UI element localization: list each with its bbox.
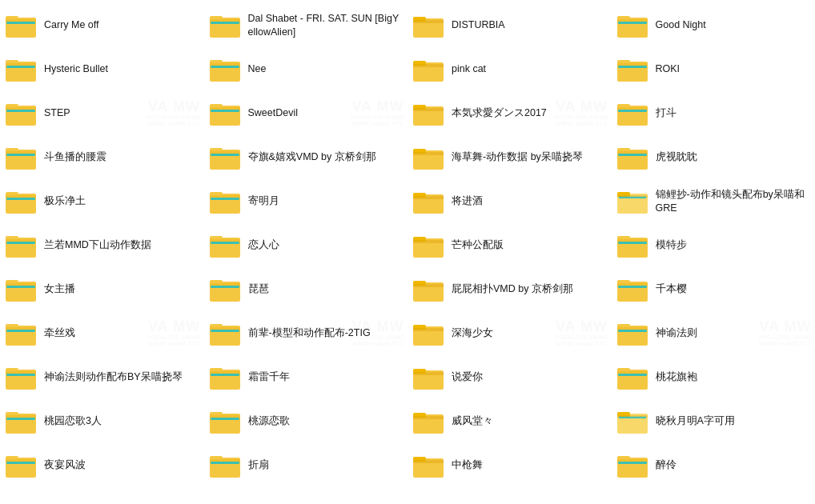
folder-icon [413,100,445,127]
svg-rect-179 [211,418,239,420]
folder-label: 神谕法则动作配布BY呆喵挠琴 [44,370,199,383]
folder-item[interactable]: 神谕法则 VA MW VOCALOID ANIME WWW.VAMW.XYZ [612,311,816,355]
svg-rect-16 [617,19,648,22]
svg-rect-8 [211,22,239,24]
folder-icon [617,452,649,479]
svg-rect-79 [6,198,35,200]
svg-rect-111 [617,239,648,242]
folder-item[interactable]: 桃源恋歌 [204,399,408,443]
folder-label: 夺旗&嬉戏VMD by 京桥剑那 [248,150,403,163]
svg-rect-136 [6,330,35,332]
svg-rect-9 [211,24,239,36]
svg-rect-55 [618,110,647,112]
folder-label: Carry Me off [44,18,199,31]
svg-rect-121 [210,283,240,286]
folder-item[interactable]: SweetDevil VA MW VOCALOID ANIME WWW.VAMW… [204,91,408,135]
folder-item[interactable]: 中枪舞 [408,443,612,487]
svg-rect-145 [413,328,444,331]
folder-label: 威风堂々 [452,414,606,427]
folder-item[interactable]: 折扇 [204,443,408,487]
folder-item[interactable]: 醉伶 [612,443,816,487]
svg-rect-4 [7,24,34,36]
folder-item[interactable]: ROKI [612,47,816,91]
folder-item[interactable]: 女主播 [0,267,204,311]
folder-icon [617,276,649,303]
svg-rect-88 [413,196,444,199]
svg-rect-23 [7,68,34,80]
folder-icon [210,364,242,391]
folder-item[interactable]: 兰若MMD下山动作数据 [0,223,204,267]
folder-item[interactable]: 寄明月 [204,179,408,223]
svg-rect-50 [413,108,444,111]
folder-grid: Carry Me off Dal Shabet - FRI. SAT. SUN … [0,0,815,490]
svg-rect-22 [6,66,35,68]
folder-icon [210,320,242,347]
folder-label: 夜宴风波 [44,458,199,471]
svg-rect-32 [415,67,442,80]
folder-item[interactable]: 屁屁相扑VMD by 京桥剑那 [408,267,612,311]
folder-label: 霜雷千年 [248,370,403,383]
folder-item[interactable]: 打斗 [612,91,816,135]
folder-label: Good Night [656,18,810,31]
folder-item[interactable]: 晓秋月明A字可用 [612,399,816,443]
svg-rect-7 [210,19,240,22]
folder-item[interactable]: 前辈-模型和动作配布-2TIG VA MW VOCALOID ANIME WWW… [204,311,408,355]
folder-item[interactable]: 海草舞-动作数据 by呆喵挠琴 [408,135,612,179]
svg-rect-28 [211,68,239,80]
svg-rect-126 [413,284,444,287]
folder-item[interactable]: Nee [204,47,408,91]
folder-item[interactable]: 神谕法则动作配布BY呆喵挠琴 [0,355,204,399]
folder-label: 桃园恋歌3人 [44,414,199,427]
folder-item[interactable]: 桃花旗袍 [612,355,816,399]
folder-item[interactable]: DISTURBIA [408,3,612,47]
folder-item[interactable]: Hysteric Bullet [0,47,204,91]
folder-icon [413,232,445,259]
folder-label: 模特步 [656,238,810,251]
svg-rect-142 [211,332,239,344]
svg-rect-192 [6,459,36,462]
folder-item[interactable]: Good Night [612,3,816,47]
folder-item[interactable]: Carry Me off [0,3,204,47]
folder-item[interactable]: 将进酒 [408,179,612,223]
folder-item[interactable]: 本気求愛ダンス2017 VA MW VOCALOID ANIME WWW.VAM… [408,91,612,135]
folder-item[interactable]: 斗鱼播的腰震 [0,135,204,179]
folder-label: 说爱你 [452,370,606,383]
svg-rect-189 [619,418,646,432]
folder-item[interactable]: STEP VA MW VOCALOID ANIME WWW.VAMW.XYZ [0,91,204,135]
folder-icon [6,188,38,215]
folder-item[interactable]: 威风堂々 [408,399,612,443]
svg-rect-161 [211,376,239,388]
folder-item[interactable]: 琵琶 [204,267,408,311]
folder-label: 千本樱 [656,282,810,295]
folder-item[interactable]: 锦鲤抄-动作和镜头配布by呆喵和GRE [612,179,816,223]
svg-rect-112 [618,242,647,244]
folder-item[interactable]: 牵丝戏 VA MW VOCALOID ANIME WWW.VAMW.XYZ [0,311,204,355]
folder-item[interactable]: 极乐净土 [0,179,204,223]
folder-icon [210,276,242,303]
folder-item[interactable]: Dal Shabet - FRI. SAT. SUN [BigYellowAli… [204,3,408,47]
svg-rect-99 [7,244,34,256]
folder-item[interactable]: 深海少女 VA MW VOCALOID ANIME WWW.VAMW.XYZ [408,311,612,355]
folder-item[interactable]: 夜宴风波 [0,443,204,487]
svg-rect-102 [210,239,240,242]
svg-rect-184 [415,419,442,432]
folder-item[interactable]: 夺旗&嬉戏VMD by 京桥剑那 [204,135,408,179]
folder-item[interactable]: 千本樱 [612,267,816,311]
folder-item[interactable]: 虎视眈眈 [612,135,816,179]
folder-item[interactable]: 芒种公配版 [408,223,612,267]
folder-label: 本気求愛ダンス2017 [452,106,606,119]
svg-rect-45 [210,107,240,110]
folder-icon [617,100,649,127]
folder-item[interactable]: 霜雷千年 [204,355,408,399]
svg-rect-85 [211,200,239,212]
folder-item[interactable]: 说爱你 [408,355,612,399]
svg-rect-78 [6,195,36,198]
folder-item[interactable]: pink cat [408,47,612,91]
folder-item[interactable]: 桃园恋歌3人 [0,399,204,443]
folder-item[interactable]: 模特步 [612,223,816,267]
svg-rect-175 [7,420,34,432]
svg-rect-103 [211,242,239,244]
folder-icon [413,408,445,435]
folder-item[interactable]: 恋人心 [204,223,408,267]
folder-label: 寄明月 [248,194,403,207]
